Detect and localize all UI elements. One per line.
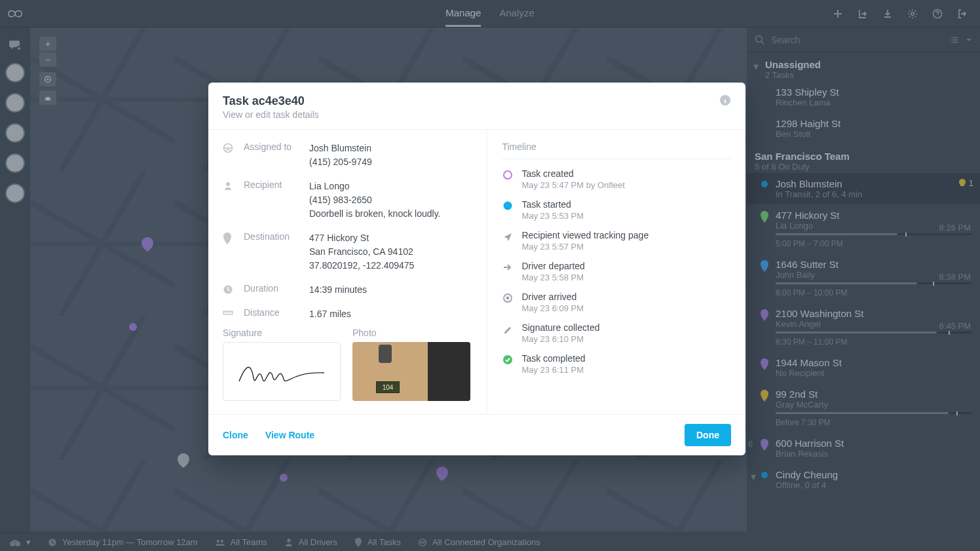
timeline-icon [502,231,514,242]
field-value: 477 Hickory St San Francisco, CA 94102 3… [309,231,472,273]
timeline-event-title: Task started [521,199,584,210]
modal-details: Assigned to Josh Blumstein (415) 205-974… [208,130,487,414]
svg-point-21 [226,182,230,186]
timeline-event-title: Task completed [521,353,585,364]
field-label: Recipient [244,180,300,190]
timeline-icon [502,261,514,273]
field-label: Destination [244,231,300,242]
timeline-event-time: May 23 5:58 PM [521,273,585,282]
recipient-name: Lia Longo [309,180,472,193]
assigned-phone: (415) 205-9749 [309,155,472,169]
timeline-item: Driver departed May 23 5:58 PM [502,261,731,282]
timeline-icon [502,354,514,366]
task-modal: Task ac4e3e40 View or edit task details … [208,83,745,455]
field-value: Josh Blumstein (415) 205-9749 [309,142,472,169]
clone-button[interactable]: Clone [223,430,248,440]
timeline-event-title: Recipient viewed tracking page [521,230,649,240]
field-label: Distance [244,307,300,318]
svg-point-27 [506,297,510,300]
photo-label: Photo [352,328,470,338]
timeline-item: Recipient viewed tracking page May 23 5:… [502,230,731,252]
timeline-item: Task completed May 23 6:11 PM [502,353,731,375]
dest-line2: San Francisco, CA 94102 [309,245,472,259]
modal-title: Task ac4e3e40 [223,94,319,108]
assigned-name: Josh Blumstein [309,142,472,155]
recipient-note: Doorbell is broken, knock loudly. [309,207,472,221]
timeline-event-title: Driver arrived [521,292,584,302]
timeline-event-time: May 23 5:57 PM [521,242,649,252]
dest-line1: 477 Hickory St [309,231,472,245]
timeline-event-time: May 23 6:10 PM [521,334,599,344]
modal-header: Task ac4e3e40 View or edit task details [208,83,745,129]
signature-label: Signature [223,328,341,338]
timeline-icon [502,169,514,181]
done-button[interactable]: Done [685,424,731,446]
timeline-event-time: May 23 5:47 PM by Onfleet [521,180,625,190]
signature-attachment[interactable]: Signature [223,328,341,401]
photo-image: 104 [352,342,470,401]
signature-image [223,342,341,401]
timeline-icon [502,292,514,304]
field-value: Lia Longo (415) 983-2650 Doorbell is bro… [309,180,472,221]
photo-plate-number: 104 [376,381,400,393]
timeline-item: Signature collected May 23 6:10 PM [502,322,731,344]
person-icon [223,181,235,191]
timeline-icon [502,323,514,335]
svg-point-24 [504,171,512,179]
timeline-event-title: Driver departed [521,261,585,271]
modal-footer: Clone View Route Done [208,414,745,455]
timeline-event-time: May 23 6:09 PM [521,303,584,313]
timeline-event-title: Signature collected [521,322,599,333]
timeline-item: Driver arrived May 23 6:09 PM [502,292,731,313]
timeline-icon [502,200,514,212]
duration-value: 14:39 minutes [309,283,472,297]
dest-coords: 37.8020192, -122.409475 [309,259,472,273]
pin-icon [223,233,235,244]
attachments: Signature Photo 104 [223,328,472,401]
modal-subtitle: View or edit task details [223,109,319,120]
timeline-item: Task created May 23 5:47 PM by Onfleet [502,168,731,190]
timeline-item: Task started May 23 5:53 PM [502,199,731,221]
ruler-icon [223,309,235,316]
svg-point-25 [504,202,512,210]
clock-icon [223,284,235,295]
timeline-header: Timeline [502,142,731,159]
timeline-event-time: May 23 5:53 PM [521,211,584,221]
recipient-phone: (415) 983-2650 [309,193,472,207]
distance-value: 1.67 miles [309,307,472,321]
field-label: Assigned to [244,142,300,152]
modal-timeline: Timeline Task created May 23 5:47 PM by … [487,130,745,414]
info-icon[interactable] [719,94,731,106]
field-label: Duration [244,283,300,294]
wheel-icon [223,143,235,153]
view-route-button[interactable]: View Route [265,430,314,440]
modal-body: Assigned to Josh Blumstein (415) 205-974… [208,129,745,414]
timeline-event-title: Task created [521,168,625,179]
photo-attachment[interactable]: Photo 104 [352,328,470,401]
timeline-event-time: May 23 6:11 PM [521,365,585,375]
